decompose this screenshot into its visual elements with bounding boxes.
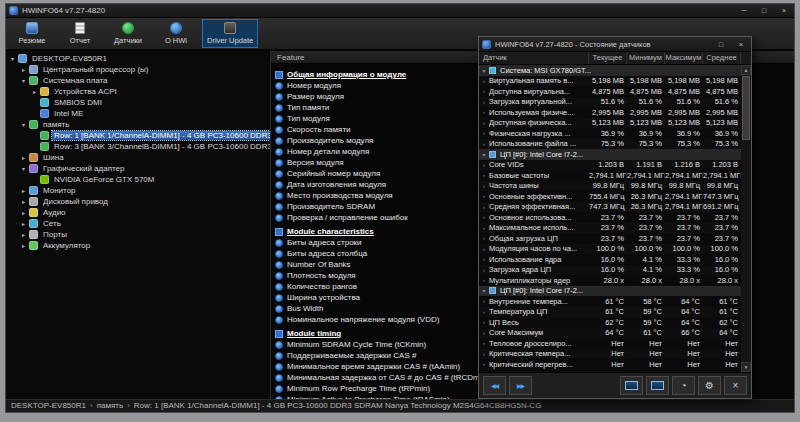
sensor-toolbar-tray-button[interactable] (646, 376, 669, 395)
tree-item[interactable]: ▾память (6, 119, 270, 130)
sensor-value: 58 °C (627, 297, 665, 306)
tree-item[interactable]: ▸Центральный процессор (ы) (6, 64, 270, 75)
sensor-row[interactable]: ›Основные эффективн...755.4 МГц26.3 МГц2… (479, 191, 751, 202)
sensor-column-header[interactable]: Максимум (665, 52, 703, 64)
sensor-column-header[interactable]: Текущее (589, 52, 627, 64)
sensor-toolbar-scroll-left-button[interactable]: ◀◀ (483, 376, 506, 395)
sensor-row[interactable]: ›Средняя эффективная...747.3 МГц26.3 МГц… (479, 202, 751, 213)
tree-item[interactable]: ▸Монитор (6, 185, 270, 196)
expand-icon[interactable]: ▸ (19, 231, 28, 238)
tree-item[interactable]: Row: 1 [BANK 1/ChannelA-DIMM1] - 4 GB PC… (6, 130, 270, 141)
scroll-down-icon[interactable]: ▼ (741, 362, 751, 372)
sensor-row[interactable]: ›Температура ЦП61 °C59 °C64 °C61 °C (479, 307, 751, 318)
expand-icon[interactable]: ▸ (30, 88, 39, 95)
sensor-row[interactable]: ›Загрузка ядра ЦП16.0 %4.1 %33.3 %16.0 % (479, 265, 751, 276)
expand-icon[interactable]: ▸ (19, 187, 28, 194)
sensor-row[interactable]: ›Физическая нагрузка ...36.9 %36.9 %36.9… (479, 128, 751, 139)
sensor-row[interactable]: ›Использование файла ...75.3 %75.3 %75.3… (479, 139, 751, 150)
sensor-row[interactable]: ›Общая загрузка ЦП23.7 %23.7 %23.7 %23.7… (479, 233, 751, 244)
maximize-icon[interactable]: □ (754, 5, 774, 17)
tree-item[interactable]: ▸Шина (6, 152, 270, 163)
sensor-row[interactable]: ›Core VIDs1.203 В1.191 В1.216 В1.203 В (479, 160, 751, 171)
collapse-icon[interactable]: ▾ (19, 77, 28, 84)
tree-item[interactable]: Intel ME (6, 108, 270, 119)
group-collapse-icon[interactable]: ▾ (479, 151, 489, 158)
sensor-row[interactable]: ›Максимальное исполь...23.7 %23.7 %23.7 … (479, 223, 751, 234)
sensor-row[interactable]: ›Критическая темпера...НетНетНетНет (479, 349, 751, 360)
sensor-column-header[interactable]: Датчик (479, 52, 589, 64)
sensor-row[interactable]: ›Внутренние темпера...61 °C58 °C64 °C61 … (479, 296, 751, 307)
main-titlebar[interactable]: HWiNFO64 v7.27-4820 ─□× (6, 4, 794, 18)
sensor-row[interactable]: ›Использование ядра16.0 %4.1 %33.3 %16.0… (479, 254, 751, 265)
tree-item-label: NVIDIA GeForce GTX 570M (52, 175, 156, 184)
sensor-toolbar-graph-button[interactable] (620, 376, 643, 395)
toolbar-button-label: Driver Update (207, 36, 253, 45)
expand-icon[interactable]: ▸ (19, 198, 28, 205)
expand-icon[interactable]: ▸ (19, 209, 28, 216)
toolbar-button-report[interactable]: Отчет (58, 19, 102, 48)
sensor-row[interactable]: ›Критический перегрев...НетНетНетНет (479, 359, 751, 370)
sensor-group-row[interactable]: ▾Система: MSI GX780/GT... (479, 65, 751, 76)
tree-item[interactable]: ▸Аккумулятор (6, 240, 270, 251)
tree-item[interactable]: ▾Системная плата (6, 75, 270, 86)
tree-item[interactable]: ▾Графический адаптер (6, 163, 270, 174)
tree-item[interactable]: ▾DESKTOP-EV850R1 (6, 53, 270, 64)
collapse-icon[interactable]: ▾ (19, 165, 28, 172)
toolbar-button-sensors[interactable]: Датчики (106, 19, 150, 48)
sensor-scrollbar[interactable]: ▲ ▼ (741, 65, 751, 372)
sensor-value: 99.8 МГц (703, 181, 741, 190)
toolbar-button-about[interactable]: O HWi (154, 19, 198, 48)
sensor-toolbar-clock-button[interactable]: ◔ (672, 376, 695, 395)
collapse-icon[interactable]: ▾ (8, 55, 17, 62)
sensor-row[interactable]: ›Мультипликаторы ядер28.0 x28.0 x28.0 x2… (479, 275, 751, 286)
sensor-row[interactable]: ›Базовые частоты2,794.1 МГц2,794.1 МГц2,… (479, 170, 751, 181)
sensor-column-header[interactable]: Минимум (627, 52, 665, 64)
tree-item[interactable]: ▸Устройства ACPI (6, 86, 270, 97)
expand-icon[interactable]: ▸ (19, 66, 28, 73)
sensor-row[interactable]: ›Загрузка виртуальной...51.6 %51.6 %51.6… (479, 97, 751, 108)
expand-icon[interactable]: ▸ (19, 242, 28, 249)
tree-item[interactable]: ▸Сеть (6, 218, 270, 229)
monitor-icon (651, 381, 664, 390)
close-icon[interactable]: × (774, 5, 794, 17)
expand-icon[interactable]: ▸ (19, 220, 28, 227)
tree-item[interactable]: Row: 3 [BANK 3/ChannelB-DIMM1] - 4 GB PC… (6, 141, 270, 152)
toolbar-button-driver-update[interactable]: Driver Update (202, 19, 258, 48)
sensor-row[interactable]: ›Используемая физиче...2,995 MB2,995 MB2… (479, 107, 751, 118)
sensor-row[interactable]: ›Тепловое дросселиро...НетНетНетНет (479, 338, 751, 349)
maximize-icon[interactable]: □ (711, 38, 731, 50)
sensor-row[interactable]: ›Модуляция часов по ча...100.0 %100.0 %1… (479, 244, 751, 255)
sensor-group-row[interactable]: ▾ЦП [#0]: Intel Core i7-2... (479, 149, 751, 160)
sensor-row[interactable]: ›Доступная физическа...5,123 MB5,123 MB5… (479, 118, 751, 129)
scrollbar-thumb[interactable] (742, 76, 750, 140)
sensor-value: 23.7 % (627, 223, 665, 232)
collapse-icon[interactable]: ▾ (19, 121, 28, 128)
tree-item[interactable]: ▸Дисковый привод (6, 196, 270, 207)
tree-item[interactable]: ▸Аудио (6, 207, 270, 218)
sensor-titlebar[interactable]: HWiNFO64 v7.27-4820 - Состояние датчиков… (479, 37, 751, 52)
sensor-column-header[interactable]: Среднее (703, 52, 741, 64)
group-collapse-icon[interactable]: ▾ (479, 287, 489, 294)
sensor-toolbar-scroll-right-button[interactable]: ▶▶ (509, 376, 532, 395)
close-icon[interactable]: × (731, 38, 751, 50)
sensor-value: 16.0 % (589, 265, 627, 274)
toolbar-button-summary[interactable]: Резюме (10, 19, 54, 48)
tree-item[interactable]: NVIDIA GeForce GTX 570M (6, 174, 270, 185)
expand-icon[interactable]: ▸ (19, 154, 28, 161)
sensor-toolbar-close-button[interactable]: × (724, 376, 747, 395)
row-chevron-icon: › (479, 256, 489, 262)
sensor-row[interactable]: ›Основное использова...23.7 %23.7 %23.7 … (479, 212, 751, 223)
sensor-row[interactable]: ›Виртуальная память в...5,198 MB5,198 MB… (479, 76, 751, 87)
sensor-row[interactable]: ›Core Максимум64 °C61 °C66 °C64 °C (479, 328, 751, 339)
sensor-row[interactable]: ›ЦП Весь62 °C59 °C64 °C62 °C (479, 317, 751, 328)
scroll-up-icon[interactable]: ▲ (741, 65, 751, 75)
tree-item[interactable]: ▸Порты (6, 229, 270, 240)
sensor-group-row[interactable]: ▾ЦП [#0]: Intel Core i7-2... (479, 286, 751, 297)
group-collapse-icon[interactable]: ▾ (479, 67, 489, 74)
sensor-row[interactable]: ›Доступна виртуальна...4,875 MB4,875 MB4… (479, 86, 751, 97)
sensor-toolbar-settings-button[interactable]: ⚙ (698, 376, 721, 395)
sensor-row[interactable]: ›Частота шины99.8 МГц99.8 МГц99.8 МГц99.… (479, 181, 751, 192)
feature-item-label: Минимальная задержка от CAS # до CAS # (… (287, 373, 489, 382)
tree-item[interactable]: SMBIOS DMI (6, 97, 270, 108)
minimize-icon[interactable]: ─ (734, 5, 754, 17)
